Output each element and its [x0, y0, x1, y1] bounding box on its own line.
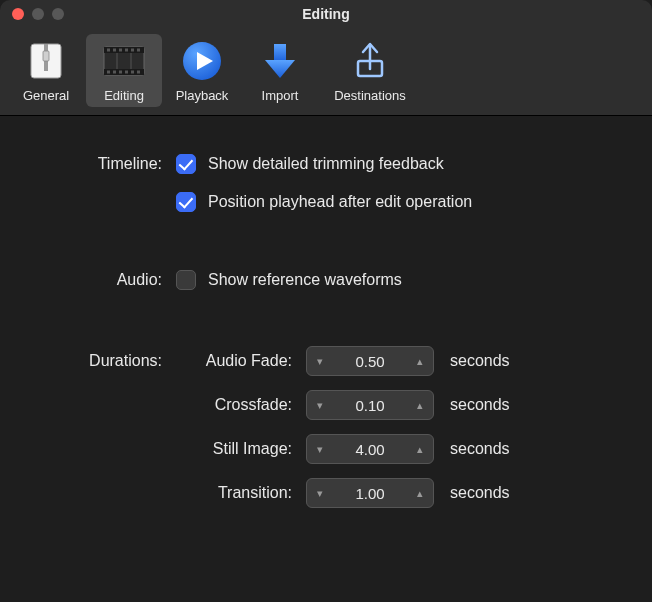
duration-unit: seconds: [450, 352, 510, 370]
tab-label: General: [23, 88, 69, 103]
editing-icon: [101, 38, 147, 84]
checkbox-label: Show detailed trimming feedback: [208, 155, 444, 173]
chevron-down-icon[interactable]: ▾: [315, 441, 325, 458]
timeline-row-1: Timeline: Show detailed trimming feedbac…: [40, 152, 612, 176]
svg-rect-11: [119, 49, 122, 52]
timeline-row-2: Position playhead after edit operation: [40, 190, 612, 214]
tab-label: Import: [262, 88, 299, 103]
svg-rect-18: [137, 71, 140, 74]
checkbox-position-playhead[interactable]: [176, 192, 196, 212]
duration-unit: seconds: [450, 440, 510, 458]
chevron-up-icon[interactable]: ▴: [415, 353, 425, 370]
chevron-up-icon[interactable]: ▴: [415, 397, 425, 414]
stepper-crossfade[interactable]: ▾ 0.10 ▴: [306, 390, 434, 420]
chevron-up-icon[interactable]: ▴: [415, 441, 425, 458]
duration-name: Still Image:: [176, 440, 306, 458]
import-icon: [257, 38, 303, 84]
window-title: Editing: [0, 6, 652, 22]
maximize-button[interactable]: [52, 8, 64, 20]
svg-rect-10: [113, 71, 116, 74]
tab-playback[interactable]: Playback: [164, 34, 240, 107]
duration-unit: seconds: [450, 396, 510, 414]
durations-section-label: Durations:: [40, 352, 176, 370]
general-icon: [23, 38, 69, 84]
stepper-transition[interactable]: ▾ 1.00 ▴: [306, 478, 434, 508]
svg-marker-24: [265, 60, 295, 78]
playback-icon: [179, 38, 225, 84]
preferences-toolbar: General Editing: [0, 28, 652, 116]
checkbox-label: Show reference waveforms: [208, 271, 402, 289]
svg-rect-9: [113, 49, 116, 52]
chevron-up-icon[interactable]: ▴: [415, 485, 425, 502]
stepper-value[interactable]: 0.50: [325, 353, 415, 370]
svg-rect-12: [119, 71, 122, 74]
durations-row-1: Crossfade: ▾ 0.10 ▴ seconds: [40, 390, 612, 420]
tab-import[interactable]: Import: [242, 34, 318, 107]
chevron-down-icon[interactable]: ▾: [315, 353, 325, 370]
stepper-audio-fade[interactable]: ▾ 0.50 ▴: [306, 346, 434, 376]
minimize-button[interactable]: [32, 8, 44, 20]
traffic-lights: [0, 8, 64, 20]
stepper-value[interactable]: 4.00: [325, 441, 415, 458]
chevron-down-icon[interactable]: ▾: [315, 397, 325, 414]
checkbox-show-trimming-feedback[interactable]: [176, 154, 196, 174]
tab-destinations[interactable]: Destinations: [320, 34, 420, 107]
close-button[interactable]: [12, 8, 24, 20]
audio-section-label: Audio:: [40, 271, 176, 289]
chevron-down-icon[interactable]: ▾: [315, 485, 325, 502]
durations-row-0: Durations: Audio Fade: ▾ 0.50 ▴ seconds: [40, 346, 612, 376]
duration-name: Transition:: [176, 484, 306, 502]
timeline-section-label: Timeline:: [40, 155, 176, 173]
tab-editing[interactable]: Editing: [86, 34, 162, 107]
tab-label: Playback: [176, 88, 229, 103]
svg-rect-15: [131, 49, 134, 52]
tab-label: Destinations: [334, 88, 406, 103]
duration-name: Crossfade:: [176, 396, 306, 414]
svg-rect-3: [43, 51, 49, 61]
durations-row-3: Transition: ▾ 1.00 ▴ seconds: [40, 478, 612, 508]
duration-unit: seconds: [450, 484, 510, 502]
svg-rect-13: [125, 49, 128, 52]
stepper-value[interactable]: 0.10: [325, 397, 415, 414]
checkbox-label: Position playhead after edit operation: [208, 193, 472, 211]
stepper-still-image[interactable]: ▾ 4.00 ▴: [306, 434, 434, 464]
tab-general[interactable]: General: [8, 34, 84, 107]
titlebar: Editing: [0, 0, 652, 28]
svg-rect-16: [131, 71, 134, 74]
checkbox-reference-waveforms[interactable]: [176, 270, 196, 290]
duration-name: Audio Fade:: [176, 352, 306, 370]
destinations-icon: [347, 38, 393, 84]
svg-rect-23: [274, 44, 286, 62]
svg-rect-17: [137, 49, 140, 52]
tab-label: Editing: [104, 88, 144, 103]
svg-rect-7: [107, 49, 110, 52]
durations-row-2: Still Image: ▾ 4.00 ▴ seconds: [40, 434, 612, 464]
audio-row-1: Audio: Show reference waveforms: [40, 268, 612, 292]
stepper-value[interactable]: 1.00: [325, 485, 415, 502]
svg-rect-8: [107, 71, 110, 74]
preferences-content: Timeline: Show detailed trimming feedbac…: [0, 116, 652, 508]
svg-rect-14: [125, 71, 128, 74]
